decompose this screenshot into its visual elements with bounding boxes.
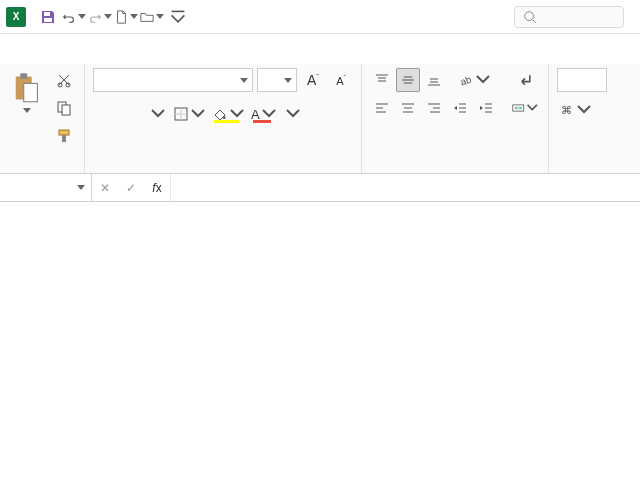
font-name-select[interactable] bbox=[93, 68, 253, 92]
ribbon-tabs bbox=[0, 34, 640, 64]
svg-text:⌘: ⌘ bbox=[561, 104, 572, 116]
quick-access-toolbar bbox=[36, 5, 190, 29]
fill-color-button[interactable] bbox=[210, 102, 247, 126]
svg-rect-12 bbox=[59, 130, 69, 135]
number-group: ⌘ bbox=[549, 64, 615, 173]
borders-button[interactable] bbox=[171, 102, 208, 126]
svg-text:ab: ab bbox=[459, 73, 474, 87]
font-group-label bbox=[93, 167, 353, 171]
accounting-format-button[interactable]: ⌘ bbox=[557, 98, 594, 122]
excel-app-icon: X bbox=[6, 7, 26, 27]
wrap-text-button[interactable] bbox=[510, 68, 540, 92]
svg-line-4 bbox=[533, 19, 537, 23]
search-input[interactable] bbox=[543, 10, 613, 24]
number-format-select[interactable] bbox=[557, 68, 607, 92]
formula-input[interactable] bbox=[171, 174, 640, 201]
new-file-button[interactable] bbox=[114, 5, 138, 29]
decrease-font-button[interactable]: Aˇ bbox=[329, 68, 353, 92]
align-left-button[interactable] bbox=[370, 96, 394, 120]
font-size-select[interactable] bbox=[257, 68, 297, 92]
bold-button[interactable] bbox=[93, 102, 117, 126]
svg-rect-7 bbox=[24, 83, 38, 101]
increase-font-button[interactable]: Aˆ bbox=[301, 68, 325, 92]
svg-rect-6 bbox=[20, 73, 27, 79]
copy-button[interactable] bbox=[52, 96, 76, 120]
svg-rect-1 bbox=[44, 18, 52, 22]
redo-button[interactable] bbox=[88, 5, 112, 29]
font-color-button[interactable]: A bbox=[249, 102, 279, 126]
name-box[interactable] bbox=[0, 174, 92, 201]
search-icon bbox=[523, 10, 537, 24]
svg-rect-11 bbox=[62, 105, 70, 115]
fx-button[interactable]: fx bbox=[144, 181, 170, 195]
merge-center-button[interactable] bbox=[510, 96, 540, 120]
alignment-group: ab bbox=[362, 64, 549, 173]
svg-rect-0 bbox=[44, 12, 50, 16]
align-top-button[interactable] bbox=[370, 68, 394, 92]
svg-rect-13 bbox=[62, 135, 66, 142]
format-painter-button[interactable] bbox=[52, 124, 76, 148]
qat-customize-button[interactable] bbox=[166, 5, 190, 29]
title-bar: X bbox=[0, 0, 640, 34]
cancel-edit-button[interactable]: ✕ bbox=[92, 181, 118, 195]
font-group: Aˆ Aˇ A bbox=[85, 64, 362, 173]
align-right-button[interactable] bbox=[422, 96, 446, 120]
confirm-edit-button[interactable]: ✓ bbox=[118, 181, 144, 195]
orientation-button[interactable]: ab bbox=[456, 68, 493, 92]
phonetic-guide-button[interactable] bbox=[281, 102, 305, 126]
underline-button[interactable] bbox=[145, 102, 169, 126]
cut-button[interactable] bbox=[52, 68, 76, 92]
svg-rect-2 bbox=[172, 10, 185, 12]
ribbon: Aˆ Aˇ A ab bbox=[0, 64, 640, 174]
clipboard-group-label bbox=[8, 167, 76, 171]
align-center-button[interactable] bbox=[396, 96, 420, 120]
align-bottom-button[interactable] bbox=[422, 68, 446, 92]
decrease-indent-button[interactable] bbox=[448, 96, 472, 120]
paste-button[interactable] bbox=[8, 68, 44, 117]
align-middle-button[interactable] bbox=[396, 68, 420, 92]
alignment-group-label bbox=[370, 167, 540, 171]
save-button[interactable] bbox=[36, 5, 60, 29]
formula-bar: ✕ ✓ fx bbox=[0, 174, 640, 202]
increase-indent-button[interactable] bbox=[474, 96, 498, 120]
undo-button[interactable] bbox=[62, 5, 86, 29]
clipboard-group bbox=[0, 64, 85, 173]
open-file-button[interactable] bbox=[140, 5, 164, 29]
search-box[interactable] bbox=[514, 6, 624, 28]
italic-button[interactable] bbox=[119, 102, 143, 126]
svg-point-3 bbox=[525, 11, 534, 20]
